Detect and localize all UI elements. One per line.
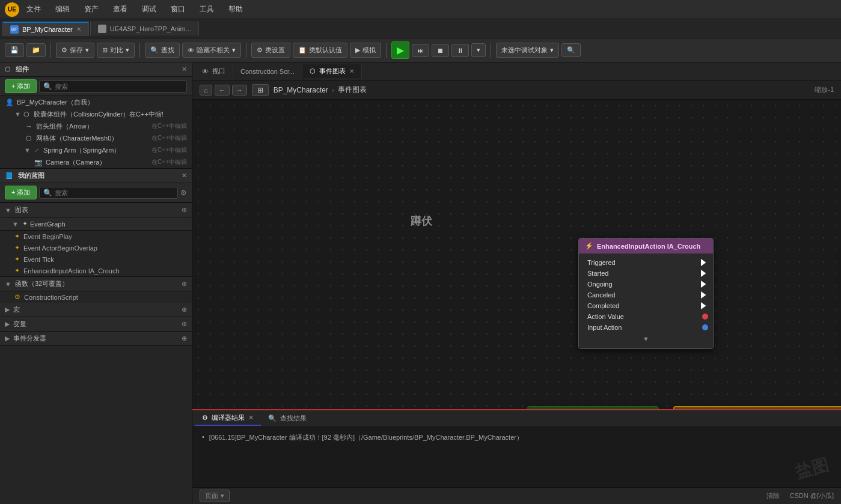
components-title: 组件 bbox=[16, 65, 29, 74]
stop-button[interactable]: ⏹ bbox=[432, 44, 449, 57]
subtab-eventgraph-close[interactable]: ✕ bbox=[349, 68, 354, 74]
class-defaults-button[interactable]: 📋 类默认认值 bbox=[293, 43, 347, 58]
tab-ue4asp[interactable]: UE4ASP_HeroTPP_Anim... bbox=[90, 22, 199, 35]
pause-button[interactable]: ⏸ bbox=[451, 44, 469, 57]
debug-target-label: 未选中调试对象 bbox=[501, 46, 548, 55]
event-beginplay[interactable]: ✦ Event BeginPlay bbox=[0, 231, 192, 242]
event-tick[interactable]: ✦ Event Tick bbox=[0, 254, 192, 265]
node-get-anim-instance[interactable]: ⚙ Get Anim Instance Target is Skeletal M… bbox=[527, 406, 659, 409]
debug-target-button[interactable]: 未选中调试对象 ▾ bbox=[496, 43, 559, 58]
tree-camera[interactable]: 📷 Camera（Camera） 在C++中编辑 bbox=[0, 156, 192, 168]
tree-arrow[interactable]: → 箭头组件（Arrow） 在C++中编辑 bbox=[0, 120, 192, 132]
components-search-box[interactable]: 🔍 bbox=[39, 80, 187, 93]
pin-canceled-exec[interactable] bbox=[701, 291, 708, 299]
log-bullet: • bbox=[202, 433, 204, 440]
menu-window[interactable]: 窗口 bbox=[168, 3, 188, 16]
compile-button[interactable]: ⚙ 保存 ▾ bbox=[56, 43, 94, 58]
menu-debug[interactable]: 调试 bbox=[139, 3, 159, 16]
diff-button[interactable]: ⊞ 对比 ▾ bbox=[97, 43, 135, 58]
menu-help[interactable]: 帮助 bbox=[226, 3, 245, 16]
components-search-input[interactable] bbox=[55, 83, 183, 90]
blueprint-canvas[interactable]: 蹲伏 ⚡ EnhancedInpu bbox=[192, 100, 841, 409]
cs-label: ConstructionScript bbox=[24, 294, 78, 301]
play-button[interactable]: ▶ bbox=[391, 41, 409, 59]
eventgraph-arrow: ▼ bbox=[12, 220, 19, 228]
blueprints-add-button[interactable]: + 添加 bbox=[5, 186, 37, 199]
subtab-viewport[interactable]: 👁 视口 bbox=[195, 64, 233, 78]
variables-add-icon[interactable]: ⊕ bbox=[182, 320, 187, 328]
blueprints-search-input[interactable] bbox=[55, 189, 174, 196]
subtab-construction[interactable]: Construction Scr... bbox=[233, 65, 302, 77]
bottom-tab-compiler[interactable]: ⚙ 编译器结果 ✕ bbox=[195, 411, 261, 426]
breadcrumb-forward-btn[interactable]: → bbox=[232, 85, 247, 96]
tree-mesh[interactable]: ⬡ 网格体（CharacterMesh0） 在C++中编辑 bbox=[0, 132, 192, 144]
tree-root[interactable]: 👤 BP_MyCharacter（自我） bbox=[0, 96, 192, 108]
eventgraph-header[interactable]: ▼ ✦ EventGraph bbox=[0, 217, 192, 231]
tab-close-bp[interactable]: ✕ bbox=[76, 26, 81, 32]
more-play-button[interactable]: ▾ bbox=[471, 43, 486, 57]
pin-completed: Completed bbox=[579, 300, 713, 311]
node-enhanced-input-action[interactable]: ⚡ EnhancedInputAction IA_Crouch Triggere… bbox=[578, 238, 714, 349]
compiler-close[interactable]: ✕ bbox=[248, 414, 254, 422]
blueprints-close[interactable]: ✕ bbox=[182, 172, 187, 180]
menu-asset[interactable]: 资产 bbox=[82, 3, 101, 16]
subtab-eventgraph[interactable]: ⬡ 事件图表 ✕ bbox=[302, 64, 362, 78]
graphs-header[interactable]: ▼ 图表 ⊕ bbox=[0, 203, 192, 217]
graphs-add-icon[interactable]: ⊕ bbox=[182, 206, 187, 214]
breadcrumb-back-btn[interactable]: ← bbox=[215, 85, 230, 96]
breadcrumb-grid-btn[interactable]: ⊞ bbox=[252, 84, 269, 96]
breadcrumb-char[interactable]: BP_MyCharacter bbox=[274, 86, 328, 94]
pin-started-exec[interactable] bbox=[701, 270, 708, 277]
bp-gear-icon[interactable]: ⚙ bbox=[180, 189, 187, 197]
macros-add-icon[interactable]: ⊕ bbox=[182, 306, 187, 314]
breadcrumb-home-btn[interactable]: ⌂ bbox=[200, 85, 212, 96]
tree-arrow-label: 箭头组件（Arrow） bbox=[36, 122, 149, 131]
save-button[interactable]: 💾 bbox=[5, 43, 24, 57]
pin-completed-exec[interactable] bbox=[701, 302, 708, 309]
diff-icon: ⊞ bbox=[102, 46, 108, 54]
dispatchers-header[interactable]: ▶ 事件分发器 ⊕ bbox=[0, 332, 192, 346]
pin-triggered-exec[interactable] bbox=[701, 259, 708, 266]
menu-view[interactable]: 查看 bbox=[111, 3, 130, 16]
pin-actionvalue-pin[interactable] bbox=[702, 314, 708, 320]
tab-bp-mychar[interactable]: BP BP_MyCharacter ✕ bbox=[2, 22, 89, 36]
variables-header[interactable]: ▶ 变量 ⊕ bbox=[0, 317, 192, 332]
menu-tools[interactable]: 工具 bbox=[197, 3, 216, 16]
tab-label-ue4asp: UE4ASP_HeroTPP_Anim... bbox=[110, 25, 191, 32]
hide-button[interactable]: 👁 隐藏不相关 ▾ bbox=[182, 43, 241, 58]
construction-script[interactable]: ⚙ ConstructionScript bbox=[0, 291, 192, 303]
class-settings-button[interactable]: ⚙ 类设置 bbox=[251, 43, 290, 58]
components-add-button[interactable]: + 添加 bbox=[5, 79, 37, 93]
step-button[interactable]: ⏭ bbox=[412, 44, 429, 57]
macros-header[interactable]: ▶ 宏 ⊕ bbox=[0, 303, 192, 317]
pin-inputaction-pin[interactable] bbox=[702, 324, 708, 330]
macros-title: 宏 bbox=[13, 305, 20, 314]
debug-icon-button[interactable]: 🔍 bbox=[561, 43, 581, 57]
event-beginoverlap[interactable]: ✦ Event ActorBeginOverlap bbox=[0, 242, 192, 254]
pin-actionvalue: Action Value bbox=[579, 311, 713, 322]
components-close[interactable]: ✕ bbox=[182, 65, 187, 73]
breadcrumb-graph[interactable]: 事件图表 bbox=[338, 85, 367, 95]
tree-collision[interactable]: ▼ ⬡ 胶囊体组件（CollisionCylinder）在C++中缩! bbox=[0, 108, 192, 120]
clear-label[interactable]: 清除 bbox=[766, 491, 780, 500]
bottom-tab-find[interactable]: 🔍 查找结果 bbox=[261, 411, 314, 425]
class-label: 类设置 bbox=[265, 46, 285, 55]
titlebar: UE 文件 编辑 资产 查看 调试 窗口 工具 帮助 bbox=[0, 0, 841, 19]
functions-header[interactable]: ▼ 函数（32可覆盖） ⊕ bbox=[0, 277, 192, 291]
browse-button[interactable]: 📁 bbox=[26, 43, 46, 57]
simulate-button[interactable]: ▶ 模拟 bbox=[350, 43, 381, 58]
blueprints-search-box[interactable]: 🔍 bbox=[39, 187, 178, 199]
functions-add-icon[interactable]: ⊕ bbox=[182, 280, 187, 288]
node-expand-btn[interactable]: ▼ bbox=[579, 333, 713, 345]
event-ia-crouch[interactable]: ✦ EnhancedInputAction IA_Crouch bbox=[0, 265, 192, 276]
find-button[interactable]: 🔍 查找 bbox=[145, 43, 180, 58]
pin-ongoing-exec[interactable] bbox=[701, 281, 708, 288]
page-button[interactable]: 页面 ▾ bbox=[200, 490, 230, 502]
node-cast-to[interactable]: Cast To UE4ASP_HeroTPP_AnimBlueprint Obj… bbox=[673, 406, 841, 409]
menu-edit[interactable]: 编辑 bbox=[53, 3, 72, 16]
functions-title: 函数（32可覆盖） bbox=[15, 279, 69, 288]
compile-arrow: ▾ bbox=[85, 46, 89, 54]
tree-springarm[interactable]: ▼ ⟋ Spring Arm（SpringArm） 在C++中编辑 bbox=[0, 144, 192, 156]
menu-file[interactable]: 文件 bbox=[24, 3, 43, 16]
dispatchers-add-icon[interactable]: ⊕ bbox=[182, 335, 187, 342]
